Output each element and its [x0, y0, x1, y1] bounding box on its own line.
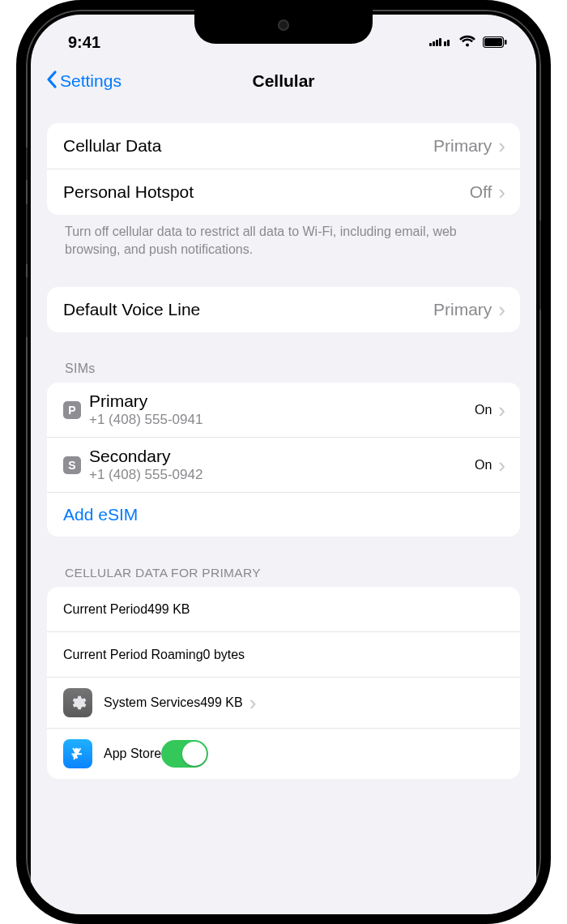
- app-store-label: App Store: [104, 746, 161, 761]
- sim-badge-icon: P: [63, 401, 81, 419]
- sims-group: P Primary +1 (408) 555-0941 On › S Secon…: [47, 383, 520, 537]
- sim-phone: +1 (408) 555-0942: [89, 467, 475, 483]
- sims-header: SIMs: [47, 361, 520, 383]
- chevron-right-icon: ›: [498, 455, 505, 476]
- status-time: 9:41: [68, 33, 100, 52]
- current-roaming-value: 0 bytes: [203, 648, 245, 662]
- back-label: Settings: [60, 71, 122, 91]
- voice-line-group: Default Voice Line Primary ›: [47, 287, 520, 332]
- sim-badge-icon: S: [63, 456, 81, 474]
- cellular-usage-group: Current Period 499 KB Current Period Roa…: [47, 587, 520, 779]
- svg-rect-4: [444, 41, 446, 46]
- current-period-row: Current Period 499 KB: [47, 587, 520, 632]
- svg-rect-2: [436, 40, 438, 46]
- camera-icon: [278, 19, 289, 31]
- side-button: [539, 220, 544, 310]
- navigation-bar: Settings Cellular: [31, 58, 536, 104]
- sim-status: On: [475, 458, 492, 473]
- gear-icon: [63, 688, 92, 717]
- svg-rect-0: [429, 43, 432, 46]
- chevron-right-icon: ›: [498, 299, 505, 320]
- svg-rect-5: [447, 40, 450, 46]
- sim-name: Secondary: [89, 447, 475, 466]
- default-voice-line-row[interactable]: Default Voice Line Primary ›: [47, 287, 520, 332]
- sim-row-secondary[interactable]: S Secondary +1 (408) 555-0942 On ›: [47, 438, 520, 493]
- cellular-data-footer: Turn off cellular data to restrict all d…: [47, 215, 520, 258]
- sim-phone: +1 (408) 555-0941: [89, 412, 475, 428]
- app-store-toggle[interactable]: [161, 740, 208, 768]
- screen: 9:41 Settings Cellular: [31, 15, 536, 914]
- default-voice-line-value: Primary: [433, 300, 492, 319]
- wifi-icon: [458, 33, 476, 52]
- page-title: Cellular: [252, 71, 314, 91]
- chevron-left-icon: [45, 70, 58, 93]
- chevron-right-icon: ›: [498, 400, 505, 421]
- default-voice-line-label: Default Voice Line: [63, 300, 433, 319]
- cellular-data-label: Cellular Data: [63, 136, 433, 156]
- cellular-data-value: Primary: [433, 136, 492, 156]
- personal-hotspot-row[interactable]: Personal Hotspot Off ›: [47, 169, 520, 215]
- app-store-row[interactable]: App Store: [47, 729, 520, 779]
- current-roaming-label: Current Period Roaming: [63, 648, 203, 662]
- current-roaming-row: Current Period Roaming 0 bytes: [47, 632, 520, 678]
- svg-rect-3: [439, 38, 441, 46]
- add-esim-button[interactable]: Add eSIM: [47, 493, 520, 537]
- cellular-data-header: CELLULAR DATA FOR PRIMARY: [47, 566, 520, 587]
- chevron-right-icon: ›: [249, 692, 257, 713]
- svg-rect-8: [505, 40, 507, 45]
- chevron-right-icon: ›: [498, 135, 505, 156]
- chevron-right-icon: ›: [498, 182, 505, 203]
- back-button[interactable]: Settings: [45, 70, 122, 93]
- current-period-value: 499 KB: [147, 602, 190, 617]
- current-period-label: Current Period: [63, 602, 147, 617]
- cellular-data-row[interactable]: Cellular Data Primary ›: [47, 123, 520, 169]
- iphone-frame: 9:41 Settings Cellular: [16, 0, 551, 924]
- volume-up-button: [23, 204, 28, 264]
- personal-hotspot-value: Off: [470, 182, 492, 202]
- notch: [194, 10, 373, 44]
- system-services-value: 499 KB: [200, 695, 242, 710]
- dual-signal-icon: [429, 33, 452, 52]
- volume-down-button: [23, 277, 28, 337]
- sim-status: On: [475, 403, 492, 417]
- sim-row-primary[interactable]: P Primary +1 (408) 555-0941 On ›: [47, 383, 520, 438]
- battery-icon: [483, 33, 507, 52]
- system-services-row[interactable]: System Services 499 KB ›: [47, 678, 520, 729]
- system-services-label: System Services: [104, 695, 200, 710]
- svg-rect-1: [433, 41, 435, 46]
- personal-hotspot-label: Personal Hotspot: [63, 182, 470, 202]
- appstore-icon: [63, 739, 92, 768]
- ringer-switch: [23, 148, 28, 180]
- svg-rect-7: [484, 38, 502, 46]
- sim-name: Primary: [89, 391, 475, 411]
- cellular-data-group: Cellular Data Primary › Personal Hotspot…: [47, 123, 520, 215]
